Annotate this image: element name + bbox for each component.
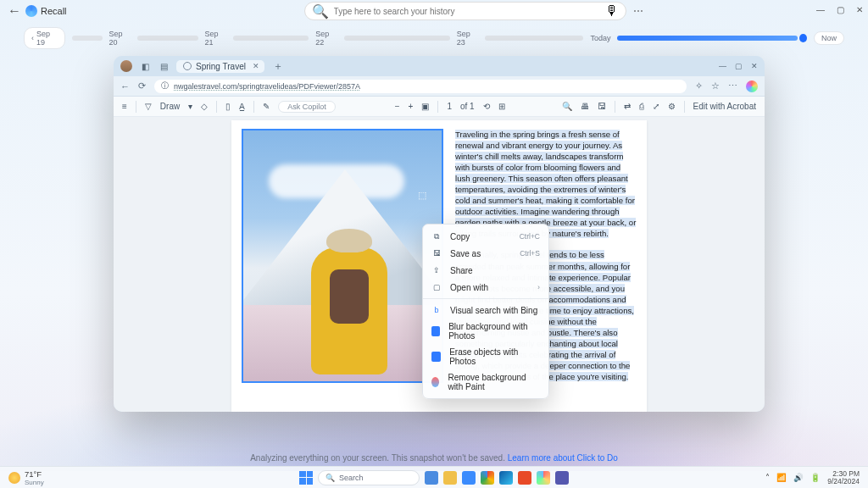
browser-maximize[interactable]: ▢ <box>735 62 743 70</box>
pageview-icon[interactable]: ⊞ <box>498 102 505 111</box>
tray-battery-icon[interactable]: 🔋 <box>810 473 821 482</box>
start-button[interactable] <box>299 471 313 485</box>
app-edge[interactable] <box>499 471 513 485</box>
ctx-saveas[interactable]: 🖫Save asCtrl+S <box>423 245 548 262</box>
timeline-segment[interactable] <box>72 36 103 41</box>
timeline-segment[interactable] <box>233 36 309 41</box>
erase-icon[interactable]: ◇ <box>201 102 208 111</box>
timeline[interactable]: ‹Sep 19 Sep 20 Sep 21 Sep 22 Sep 23 Toda… <box>0 22 868 54</box>
ctx-erase-objects[interactable]: Erase objects with Photos <box>423 344 548 369</box>
workspaces-icon[interactable]: ◧ <box>139 60 151 72</box>
ctx-copy[interactable]: ⧉CopyCtrl+C <box>423 228 548 245</box>
learn-more-link[interactable]: Learn more about Click to Do <box>508 453 618 463</box>
find-icon[interactable]: 🔍 <box>562 102 572 111</box>
maximize-button[interactable]: ▢ <box>837 5 844 14</box>
back-button[interactable]: ← <box>7 3 22 19</box>
ctx-visual-search[interactable]: bVisual search with Bing <box>423 302 548 319</box>
rotate-icon[interactable]: ⟲ <box>483 102 490 111</box>
timeline-segment[interactable] <box>137 36 198 41</box>
app-copilot[interactable] <box>537 471 550 485</box>
browser-close[interactable]: ✕ <box>751 62 758 70</box>
nav-back[interactable]: ← <box>120 81 130 92</box>
app-teams[interactable] <box>555 471 569 485</box>
cursor-icon: ⬚ <box>418 190 426 201</box>
highlight-icon[interactable]: ▯ <box>225 102 231 111</box>
nav-refresh[interactable]: ⟳ <box>138 80 146 92</box>
timeline-day: Sep 23 <box>457 30 478 47</box>
context-menu: ⧉CopyCtrl+C 🖫Save asCtrl+S ⇪Share ▢Open … <box>422 224 549 399</box>
app-office[interactable] <box>518 471 531 485</box>
copy-icon: ⧉ <box>431 231 442 241</box>
mic-icon[interactable]: 🎙 <box>605 3 619 19</box>
close-button[interactable]: ✕ <box>856 5 863 14</box>
toc-icon[interactable]: ≡ <box>122 102 127 111</box>
translate-icon[interactable]: ⇄ <box>624 102 631 111</box>
timeline-knob[interactable] <box>799 34 807 42</box>
timeline-segment[interactable] <box>344 36 450 41</box>
browser-minimize[interactable]: — <box>719 62 726 70</box>
menu-icon[interactable]: ⋯ <box>728 80 737 92</box>
site-info-icon[interactable]: ⓘ <box>161 80 169 92</box>
settings-icon[interactable]: ⚙ <box>668 102 676 111</box>
ctx-share[interactable]: ⇪Share <box>423 262 548 279</box>
print-icon[interactable]: 🖶 <box>581 102 589 111</box>
tray-volume-icon[interactable]: 🔊 <box>793 473 804 482</box>
screenshot-icon[interactable]: ⎙ <box>639 102 644 111</box>
app-photos[interactable] <box>462 471 476 485</box>
read-aloud-icon[interactable]: ✧ <box>695 80 703 92</box>
tray-wifi-icon[interactable]: 📶 <box>776 473 787 482</box>
search-input[interactable] <box>334 7 600 16</box>
tray-clock[interactable]: 2:30 PM9/24/2024 <box>827 470 860 485</box>
history-search[interactable]: 🔍 🎙 <box>304 2 626 20</box>
app-chrome[interactable] <box>481 471 494 485</box>
address-bar[interactable]: ⓘ nwgalestravel.com/springtravelideas/PD… <box>154 80 687 93</box>
recall-icon <box>25 5 37 17</box>
tray-chevron[interactable]: ˄ <box>765 473 770 482</box>
timeline-start[interactable]: ‹Sep 19 <box>24 27 65 49</box>
text-icon[interactable]: A̲ <box>239 102 245 111</box>
selected-image[interactable]: ⬚ <box>242 129 443 383</box>
app-widgets[interactable] <box>425 471 438 485</box>
share-icon: ⇪ <box>431 265 442 275</box>
edit-acrobat[interactable]: Edit with Acrobat <box>693 102 756 111</box>
copilot-icon[interactable] <box>746 80 758 92</box>
zoom-out[interactable]: − <box>395 102 400 111</box>
app-explorer[interactable] <box>443 471 457 485</box>
page-current[interactable]: 1 <box>447 102 452 111</box>
favorite-icon[interactable]: ☆ <box>711 80 720 92</box>
tab-close[interactable]: ✕ <box>253 62 259 70</box>
photos-icon <box>431 352 441 362</box>
save-icon[interactable]: 🖫 <box>598 102 606 111</box>
tabactions-icon[interactable]: ▤ <box>158 60 170 72</box>
taskbar-search[interactable]: 🔍Search <box>318 470 420 485</box>
weather-widget[interactable]: 71°FSunny <box>8 469 44 486</box>
fullscreen-icon[interactable]: ⤢ <box>653 102 659 111</box>
timeline-now[interactable]: Now <box>814 31 844 45</box>
ctx-openwith[interactable]: ▢Open with› <box>423 279 548 296</box>
ask-copilot-button[interactable]: Ask Copilot <box>278 101 336 113</box>
more-button[interactable]: ⋯ <box>633 5 643 17</box>
timeline-segment[interactable] <box>485 36 583 41</box>
paint-icon <box>431 377 439 387</box>
timeline-active[interactable] <box>617 36 798 41</box>
signature-icon[interactable]: ✎ <box>263 102 270 111</box>
taskbar: 71°FSunny 🔍Search ˄ 📶 🔊 🔋 2:30 PM9/24/20… <box>0 466 868 488</box>
ctx-blur-bg[interactable]: Blur background with Photos <box>423 319 548 344</box>
browser-tab[interactable]: Spring Travel ✕ <box>176 60 264 73</box>
filter-icon[interactable]: ▽ <box>145 102 152 111</box>
fit-icon[interactable]: ▣ <box>421 102 429 111</box>
zoom-in[interactable]: + <box>409 102 414 111</box>
minimize-button[interactable]: — <box>816 5 825 14</box>
ctx-remove-bg[interactable]: Remove background with Paint <box>423 369 548 395</box>
timeline-day: Sep 22 <box>315 30 337 47</box>
timeline-day: Sep 21 <box>205 30 226 47</box>
sun-icon <box>8 472 20 484</box>
draw-dropdown[interactable]: ▾ <box>188 102 192 111</box>
timeline-day: Sep 20 <box>109 30 131 47</box>
url-text: nwgalestravel.com/springtravelideas/PDFv… <box>174 82 360 91</box>
profile-avatar[interactable] <box>120 60 132 72</box>
page-of: of 1 <box>460 102 475 111</box>
draw-button[interactable]: Draw <box>160 102 180 111</box>
globe-icon <box>183 62 192 70</box>
new-tab-button[interactable]: ＋ <box>271 59 285 73</box>
